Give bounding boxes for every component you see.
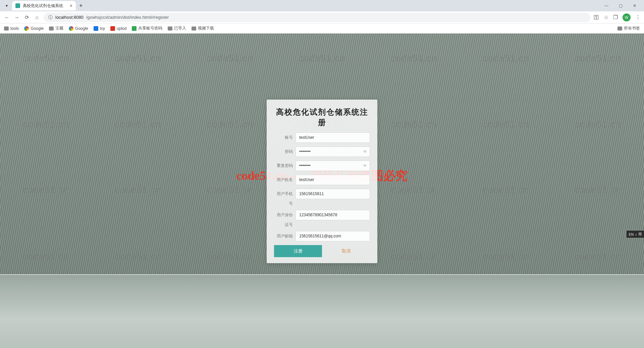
favicon-icon [15, 3, 20, 8]
label-idcard-cont: 证号 [274, 222, 293, 228]
bookmark-folder[interactable]: 宝藏 [49, 25, 63, 31]
form-title: 高校危化试剂仓储系统注册 [274, 107, 370, 128]
bookmark-folder[interactable]: 视频下载 [192, 25, 214, 31]
bookmark-item[interactable]: Google [24, 26, 44, 31]
folder-icon [4, 26, 9, 31]
site-info-icon[interactable]: ⓘ [48, 14, 53, 20]
ime-mode-icon: ♪ [635, 232, 637, 236]
ime-script: 简 [638, 232, 642, 237]
bookmark-item[interactable]: Google [69, 26, 88, 31]
folder-icon [192, 26, 196, 31]
email-input[interactable] [296, 231, 370, 241]
back-button[interactable]: ← [3, 14, 10, 20]
window-controls: — ▢ ✕ [602, 3, 641, 8]
url-path: /gxwhsjccxt/admin/dist/index.html#/regis… [86, 15, 169, 20]
google-icon [69, 26, 73, 31]
background-lake [0, 274, 644, 348]
bookmark-item[interactable]: txy [94, 26, 105, 31]
minimize-button[interactable]: — [602, 3, 611, 8]
register-card: 高校危化试剂仓储系统注册 账号 密码 👁 重复密码 👁 [267, 100, 377, 263]
tab-title: 高校危化试剂仓储系统 [23, 3, 63, 9]
phone-input[interactable] [296, 189, 370, 199]
ime-lang: EN [629, 232, 634, 236]
label-account: 账号 [274, 135, 293, 140]
profile-avatar[interactable]: W [623, 13, 631, 21]
label-phone-cont: 号 [274, 201, 293, 207]
register-button[interactable]: 注册 [274, 245, 322, 257]
close-window-button[interactable]: ✕ [630, 3, 639, 8]
bookmark-item[interactable]: 共享账号密码 [132, 25, 162, 31]
google-icon [24, 26, 29, 31]
folder-icon [618, 26, 622, 31]
label-email: 用户邮箱 [274, 234, 293, 239]
idcard-input[interactable] [296, 210, 370, 220]
site-icon [94, 26, 98, 31]
extensions-icon[interactable]: ❐ [613, 14, 618, 20]
tab-bar: ▾ 高校危化试剂仓储系统 × + — ▢ ✕ [0, 0, 644, 11]
browser-tab[interactable]: 高校危化试剂仓储系统 × [12, 1, 76, 10]
label-repeat-password: 重复密码 [274, 163, 293, 169]
reload-button[interactable]: ⟳ [23, 14, 30, 20]
page-content: code51.cncode51.cncode51.cncode51.cncode… [0, 34, 644, 348]
label-phone: 用户手机 [274, 189, 293, 197]
label-idcard: 用户身份 [274, 210, 293, 218]
url-box[interactable]: ⓘ localhost:8080/gxwhsjccxt/admin/dist/i… [44, 13, 590, 22]
site-icon [132, 26, 137, 31]
browser-window: ▾ 高校危化试剂仓储系统 × + — ▢ ✕ ← → ⟳ ⌂ ⓘ localho… [0, 0, 644, 348]
forward-button[interactable]: → [13, 14, 20, 20]
url-host: localhost:8080 [55, 15, 84, 20]
label-name: 用户姓名 [274, 177, 293, 183]
folder-icon [49, 26, 54, 31]
bookmark-star-icon[interactable]: ☆ [604, 14, 608, 20]
repeat-password-input[interactable] [296, 161, 370, 171]
cancel-button[interactable]: 取消 [322, 245, 370, 257]
maximize-button[interactable]: ▢ [616, 3, 625, 8]
bookmark-folder[interactable]: tools [4, 26, 19, 31]
folder-icon [168, 26, 172, 31]
name-input[interactable] [296, 175, 370, 185]
account-input[interactable] [296, 132, 370, 143]
all-bookmarks[interactable]: 所有书签 [618, 25, 640, 31]
home-button[interactable]: ⌂ [34, 14, 40, 20]
eye-icon[interactable]: 👁 [363, 163, 367, 168]
menu-icon[interactable]: ⋮ [635, 14, 641, 20]
bookmark-item[interactable]: uplod [110, 26, 126, 31]
site-icon [110, 26, 115, 31]
ime-indicator[interactable]: EN ♪ 简 [627, 231, 644, 238]
eye-icon[interactable]: 👁 [363, 149, 367, 154]
bookmarks-bar: tools Google 宝藏 Google txy uplod 共享账号密码 … [0, 23, 644, 34]
label-password: 密码 [274, 149, 293, 155]
close-icon[interactable]: × [70, 3, 72, 8]
password-input[interactable] [296, 147, 370, 157]
tab-list-button[interactable]: ▾ [3, 2, 11, 10]
address-bar: ← → ⟳ ⌂ ⓘ localhost:8080/gxwhsjccxt/admi… [0, 11, 644, 23]
password-key-icon[interactable]: ⚿ [594, 14, 599, 20]
bookmark-folder[interactable]: 已导入 [168, 25, 186, 31]
new-tab-button[interactable]: + [77, 2, 85, 9]
